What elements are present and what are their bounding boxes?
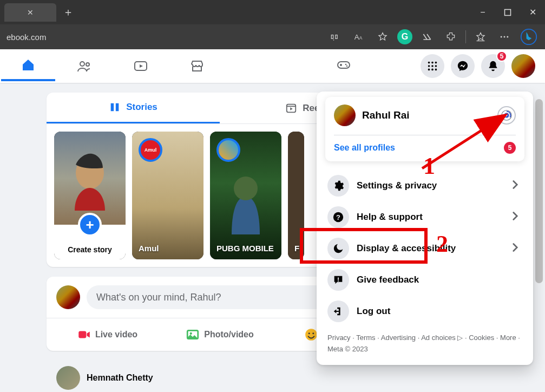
facebook-header: 5 bbox=[0, 49, 545, 83]
create-story-label: Create story bbox=[54, 245, 126, 254]
see-all-profiles-link[interactable]: See all profiles bbox=[334, 143, 395, 153]
menu-grid-button[interactable] bbox=[421, 54, 444, 78]
window-close[interactable]: ✕ bbox=[520, 0, 545, 24]
nav-home-tab[interactable] bbox=[1, 51, 55, 81]
logout-icon bbox=[327, 300, 349, 322]
svg-point-20 bbox=[431, 62, 434, 64]
notifications-button[interactable]: 5 bbox=[481, 54, 505, 78]
story-name: F bbox=[294, 244, 300, 253]
svg-rect-32 bbox=[78, 331, 86, 338]
svg-point-23 bbox=[431, 65, 434, 67]
svg-point-17 bbox=[345, 64, 347, 66]
svg-rect-14 bbox=[338, 62, 350, 68]
favorite-star-icon[interactable] bbox=[373, 28, 392, 46]
extensions-puzzle-icon[interactable] bbox=[442, 28, 460, 46]
footer-link[interactable]: Privacy bbox=[327, 334, 356, 342]
story-name: Amul bbox=[139, 244, 199, 253]
nav-watch-tab[interactable] bbox=[114, 51, 168, 81]
live-video-label: Live video bbox=[95, 330, 137, 339]
nav-marketplace-tab[interactable] bbox=[170, 51, 224, 81]
help-icon: ? bbox=[327, 206, 349, 228]
profiles-badge: 5 bbox=[504, 142, 516, 154]
tab-close-icon[interactable]: ✕ bbox=[27, 8, 34, 17]
svg-point-21 bbox=[435, 62, 437, 64]
footer-link[interactable]: Advertising bbox=[381, 334, 421, 342]
svg-rect-1 bbox=[331, 35, 333, 39]
menu-give-feedback[interactable]: Give feedback bbox=[325, 264, 524, 296]
story-card[interactable]: PUBG MOBILE bbox=[210, 132, 281, 259]
nav-friends-tab[interactable] bbox=[57, 51, 111, 81]
window-minimize[interactable]: − bbox=[470, 0, 495, 24]
footer-link[interactable]: Terms bbox=[356, 334, 381, 342]
notifications-badge: 5 bbox=[496, 51, 507, 62]
gear-icon bbox=[327, 175, 349, 197]
tab-stories[interactable]: Stories bbox=[47, 93, 220, 123]
svg-rect-0 bbox=[505, 9, 511, 15]
footer-link[interactable]: Ad choices ▷ bbox=[421, 334, 469, 342]
svg-point-12 bbox=[86, 63, 89, 66]
menu-label: Log out bbox=[357, 306, 390, 317]
profile-name: Rahul Rai bbox=[362, 109, 410, 121]
svg-point-36 bbox=[308, 332, 310, 334]
footer-link[interactable]: Cookies bbox=[469, 334, 500, 342]
menu-label: Give feedback bbox=[357, 275, 419, 285]
svg-point-24 bbox=[435, 65, 437, 67]
story-card[interactable]: Amul Amul bbox=[132, 132, 203, 259]
bing-button[interactable] bbox=[519, 27, 539, 47]
svg-text:A: A bbox=[354, 33, 359, 41]
story-name: PUBG MOBILE bbox=[216, 244, 277, 253]
footer-copyright: Meta © 2023 bbox=[327, 345, 368, 353]
messenger-button[interactable] bbox=[451, 54, 475, 78]
svg-point-27 bbox=[435, 69, 437, 71]
read-aloud-icon[interactable] bbox=[326, 28, 344, 46]
more-menu-icon[interactable] bbox=[495, 28, 514, 46]
chevron-right-icon bbox=[508, 209, 522, 225]
tab-stories-label: Stories bbox=[126, 102, 157, 113]
browser-tab[interactable]: ✕ bbox=[4, 3, 56, 22]
svg-point-25 bbox=[428, 69, 430, 71]
chevron-right-icon bbox=[508, 178, 522, 194]
svg-point-7 bbox=[501, 36, 502, 38]
svg-point-11 bbox=[80, 62, 84, 66]
grammarly-extension-icon[interactable]: G bbox=[397, 29, 412, 44]
browser-window: ✕ ＋ − ✕ ebook.com AA G bbox=[0, 0, 545, 392]
text-size-icon[interactable]: AA bbox=[350, 28, 368, 46]
svg-rect-2 bbox=[336, 35, 337, 39]
menu-label: Help & support bbox=[357, 212, 423, 223]
footer-link[interactable]: More bbox=[500, 334, 520, 342]
svg-point-18 bbox=[346, 66, 348, 67]
favorites-bar-icon[interactable] bbox=[471, 28, 490, 46]
create-story-card[interactable]: + Create story bbox=[54, 132, 126, 259]
svg-rect-42 bbox=[338, 277, 339, 280]
feed-user-name: Hemnath Chetty bbox=[87, 373, 153, 383]
scrollbar[interactable] bbox=[535, 99, 543, 283]
svg-point-9 bbox=[507, 36, 508, 38]
nav-gaming-tab[interactable] bbox=[319, 49, 368, 80]
svg-text:A: A bbox=[359, 35, 363, 41]
annotation-number-1: 1 bbox=[423, 152, 435, 180]
menu-display-accessibility[interactable]: Display & accessibility bbox=[325, 233, 524, 264]
extension-icon-2[interactable] bbox=[418, 28, 436, 46]
facebook-page: 5 Stories Reels bbox=[0, 49, 545, 392]
photo-video-label: Photo/video bbox=[204, 330, 254, 339]
url-text[interactable]: ebook.com bbox=[6, 32, 46, 42]
profile-button[interactable] bbox=[511, 54, 535, 78]
svg-point-35 bbox=[305, 329, 317, 341]
feed-avatar bbox=[56, 366, 80, 390]
photo-video-button[interactable]: Photo/video bbox=[163, 323, 276, 347]
feedback-icon bbox=[327, 269, 349, 291]
browser-address-bar: ebook.com AA G bbox=[0, 24, 545, 49]
story-card[interactable]: F bbox=[288, 132, 304, 259]
svg-point-19 bbox=[428, 62, 430, 64]
menu-help-support[interactable]: ? Help & support bbox=[325, 201, 524, 233]
menu-log-out[interactable]: Log out bbox=[325, 296, 524, 327]
plus-icon: + bbox=[78, 213, 102, 237]
new-tab-button[interactable]: ＋ bbox=[60, 4, 77, 21]
live-video-button[interactable]: Live video bbox=[51, 323, 163, 347]
svg-point-37 bbox=[313, 332, 314, 334]
svg-point-22 bbox=[428, 65, 430, 67]
composer-avatar[interactable] bbox=[56, 285, 80, 309]
window-maximize[interactable] bbox=[495, 0, 520, 24]
brand-sync-icon[interactable] bbox=[497, 106, 516, 125]
dropdown-footer-links: PrivacyTermsAdvertisingAd choices ▷Cooki… bbox=[325, 327, 524, 355]
